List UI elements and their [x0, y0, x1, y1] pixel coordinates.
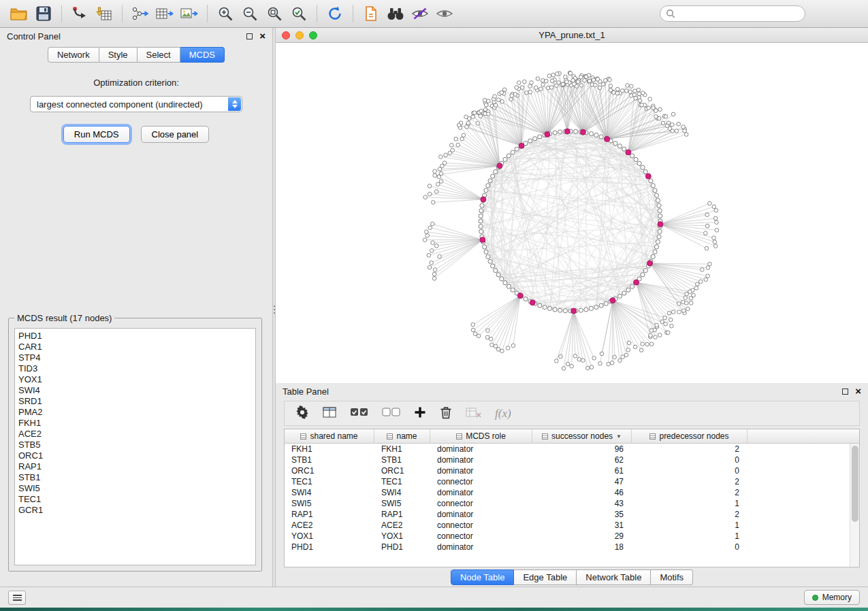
mcds-result-item[interactable]: CAR1: [18, 342, 252, 352]
zoom-in-icon[interactable]: [213, 3, 238, 24]
import-network-icon[interactable]: [67, 3, 92, 24]
find-icon[interactable]: [383, 3, 408, 24]
tab-select[interactable]: Select: [138, 47, 180, 63]
column-header-shared-name[interactable]: shared name: [285, 429, 374, 443]
tab-mcds[interactable]: MCDS: [180, 47, 225, 63]
table-row[interactable]: SWI5SWI5connector431: [285, 498, 850, 509]
network-window-titlebar[interactable]: YPA_prune.txt_1: [276, 28, 868, 43]
zoom-out-icon[interactable]: [238, 3, 262, 24]
close-panel-icon[interactable]: ×: [259, 33, 266, 39]
column-type-icon: [456, 433, 462, 440]
network-canvas[interactable]: [276, 43, 868, 383]
deselect-all-glyph: [382, 407, 400, 418]
float-table-panel-icon[interactable]: [842, 389, 848, 395]
table-row[interactable]: TEC1TEC1connector472: [285, 476, 850, 487]
cell-shared-name: SWI4: [285, 488, 374, 497]
column-header-label: predecessor nodes: [659, 431, 728, 441]
close-table-panel-icon[interactable]: ×: [855, 388, 861, 395]
copy-network-icon[interactable]: [359, 3, 383, 24]
column-header-label: successor nodes: [551, 431, 613, 441]
column-header-successor-nodes[interactable]: successor nodes▼: [532, 429, 632, 443]
hide-selected-icon[interactable]: [408, 3, 432, 24]
table-row[interactable]: FKH1FKH1dominator962: [285, 444, 850, 455]
tab-network-table[interactable]: Network Table: [577, 569, 651, 585]
gear-glyph: [295, 406, 309, 419]
search-input[interactable]: [660, 5, 805, 22]
deselect-all-icon[interactable]: [382, 407, 400, 420]
tab-edge-table[interactable]: Edge Table: [514, 569, 577, 585]
save-session-icon[interactable]: [31, 3, 56, 24]
tab-motifs[interactable]: Motifs: [651, 569, 693, 585]
application-window: Control Panel × NetworkStyleSelectMCDS O…: [0, 0, 868, 611]
table-settings-gear-icon[interactable]: [295, 406, 309, 421]
tab-node-table[interactable]: Node Table: [451, 569, 515, 585]
add-column-icon[interactable]: [414, 406, 426, 420]
tab-network[interactable]: Network: [48, 47, 99, 63]
mcds-result-item[interactable]: PMA2: [18, 407, 252, 418]
criterion-dropdown[interactable]: largest connected component (undirected): [30, 96, 242, 112]
apply-layout-icon[interactable]: [323, 3, 347, 24]
show-all-icon[interactable]: [432, 3, 457, 24]
mcds-result-item[interactable]: SWI4: [18, 385, 252, 396]
mcds-result-item[interactable]: ACE2: [18, 429, 252, 440]
table-scrollbar[interactable]: [850, 444, 859, 567]
cell-name: SWI5: [374, 499, 430, 508]
mcds-result-item[interactable]: TEC1: [18, 494, 252, 505]
import-table-icon[interactable]: [92, 3, 116, 24]
mcds-result-item[interactable]: SRD1: [18, 396, 252, 407]
mcds-result-item[interactable]: STB1: [18, 472, 252, 483]
panels-menu-button[interactable]: [8, 591, 26, 605]
mcds-result-item[interactable]: PHD1: [18, 331, 252, 342]
column-header-name[interactable]: name: [374, 429, 430, 443]
mcds-result-item[interactable]: YOX1: [18, 374, 252, 385]
tab-style[interactable]: Style: [99, 47, 138, 63]
table-row[interactable]: RAP1RAP1dominator352: [285, 509, 850, 520]
delete-column-icon[interactable]: [440, 406, 452, 421]
table-row[interactable]: STB1STB1dominator620: [285, 455, 850, 465]
window-minimize-button[interactable]: [295, 31, 304, 39]
control-panel-header: Control Panel ×: [0, 28, 272, 44]
select-all-icon[interactable]: [350, 407, 368, 420]
cell-predecessor-nodes: 2: [632, 510, 748, 519]
toolbar-separator: [61, 5, 62, 22]
cell-name: SWI4: [374, 488, 430, 497]
table-row[interactable]: PHD1PHD1dominator180: [285, 542, 850, 552]
mcds-result-item[interactable]: GCR1: [18, 505, 252, 516]
window-close-button[interactable]: [282, 31, 290, 39]
table-row[interactable]: ACE2ACE2connector311: [285, 520, 850, 531]
float-panel-icon[interactable]: [246, 33, 253, 39]
mcds-result-item[interactable]: TID3: [18, 363, 252, 374]
show-columns-icon[interactable]: [323, 406, 336, 420]
mcds-result-item[interactable]: ORC1: [18, 450, 252, 461]
mcds-result-item[interactable]: STB5: [18, 440, 252, 450]
search-text-field[interactable]: [679, 9, 799, 18]
mcds-result-item[interactable]: FKH1: [18, 418, 252, 429]
mcds-result-item[interactable]: SWI5: [18, 483, 252, 494]
cell-shared-name: PHD1: [285, 542, 374, 552]
export-table-icon[interactable]: [152, 3, 177, 24]
table-row[interactable]: YOX1YOX1connector291: [285, 531, 850, 542]
open-session-icon[interactable]: [7, 3, 31, 24]
mcds-result-list[interactable]: PHD1CAR1STP4TID3YOX1SWI4SRD1PMA2FKH1ACE2…: [14, 328, 256, 565]
window-zoom-button[interactable]: [309, 31, 317, 39]
table-row[interactable]: SWI4SWI4dominator462: [285, 487, 850, 498]
memory-button[interactable]: Memory: [804, 590, 860, 605]
zoom-selected-glyph: [291, 5, 307, 22]
table-row[interactable]: ORC1ORC1dominator610: [285, 465, 850, 476]
close-panel-button[interactable]: Close panel: [141, 126, 210, 143]
export-network-icon[interactable]: [128, 3, 152, 24]
scrollbar-thumb[interactable]: [852, 446, 858, 522]
cell-successor-nodes: 29: [532, 531, 632, 541]
column-header-predecessor-nodes[interactable]: predecessor nodes: [632, 429, 748, 443]
list-icon: [13, 595, 22, 601]
run-mcds-button[interactable]: Run MCDS: [63, 126, 130, 143]
column-header-mcds-role[interactable]: MCDS role: [430, 429, 532, 443]
export-image-icon[interactable]: [177, 3, 202, 24]
zoom-fit-icon[interactable]: [262, 3, 287, 24]
zoom-selected-icon[interactable]: [287, 3, 311, 24]
cell-shared-name: ORC1: [285, 466, 374, 476]
mcds-result-item[interactable]: RAP1: [18, 461, 252, 472]
mcds-result-item[interactable]: STP4: [18, 352, 252, 363]
criterion-dropdown-value: largest connected component (undirected): [37, 99, 203, 110]
table-panel: Table Panel × f(x) shared namenameMCDS r…: [276, 383, 868, 587]
